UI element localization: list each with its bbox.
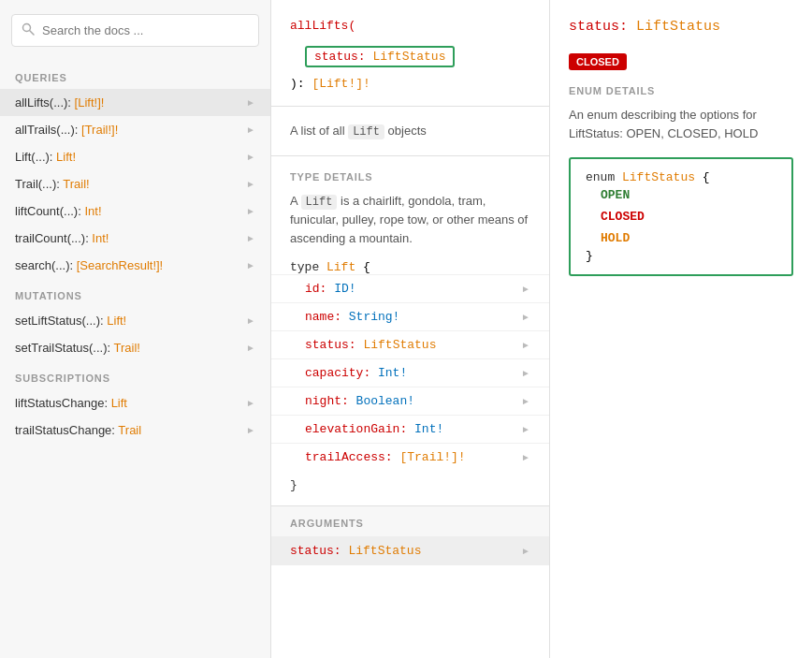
field-trailAccess[interactable]: trailAccess: [Trail!]! ► <box>271 443 549 471</box>
chevron-right-icon: ► <box>246 425 255 435</box>
enum-close: } <box>586 249 776 263</box>
query-type: [SearchResult!]! <box>77 258 164 272</box>
queries-section-header: QUERIES <box>0 61 270 89</box>
chevron-right-icon: ► <box>246 179 255 189</box>
chevron-right-icon: ► <box>246 233 255 243</box>
chevron-right-icon: ► <box>246 206 255 216</box>
enum-header: enum LiftStatus { <box>586 170 776 184</box>
query-type: Lift! <box>56 150 76 164</box>
title-type: LiftStatus <box>636 19 720 35</box>
sub-prefix: liftStatusChange: <box>15 396 111 410</box>
right-title: status: LiftStatus <box>569 19 793 35</box>
sub-type: Lift <box>111 396 127 410</box>
enum-block: enum LiftStatus { OPEN CLOSED HOLD } <box>569 157 793 276</box>
search-box[interactable] <box>11 14 259 47</box>
sidebar-item-liftStatusChange[interactable]: liftStatusChange: Lift ► <box>0 389 270 417</box>
search-input[interactable] <box>42 23 249 37</box>
query-type: Int! <box>92 231 109 245</box>
type-details-label: TYPE DETAILS <box>290 171 530 183</box>
chevron-right-icon: ► <box>246 97 255 108</box>
field-id[interactable]: id: ID! ► <box>271 274 549 302</box>
arg-type: LiftStatus <box>372 50 445 64</box>
svg-line-1 <box>30 31 34 35</box>
chevron-right-icon: ► <box>521 312 530 322</box>
chevron-right-icon: ► <box>521 368 530 378</box>
query-header: allLifts( status: LiftStatus ): [Lift!]! <box>271 0 549 107</box>
query-name: allLifts( <box>290 19 355 33</box>
chevron-right-icon: ► <box>246 398 255 408</box>
desc-text: A list of all <box>290 124 345 138</box>
field-status[interactable]: status: LiftStatus ► <box>271 330 549 358</box>
query-prefix: allTrails(...): <box>15 123 81 137</box>
arg-type-label: LiftStatus <box>348 544 421 558</box>
sidebar-item-search[interactable]: search(...): [SearchResult!]! ► <box>0 252 270 279</box>
right-panel: status: LiftStatus CLOSED ENUM DETAILS A… <box>550 0 812 658</box>
middle-panel: allLifts( status: LiftStatus ): [Lift!]!… <box>271 0 550 658</box>
sidebar-item-allLifts[interactable]: allLifts(...): [Lift!]! ► <box>0 89 270 116</box>
field-night[interactable]: night: Boolean! ► <box>271 387 549 415</box>
enum-details-label: ENUM DETAILS <box>569 85 793 96</box>
sidebar-item-allTrails[interactable]: allTrails(...): [Trail!]! ► <box>0 116 270 143</box>
sidebar-item-trailCount[interactable]: trailCount(...): Int! ► <box>0 225 270 252</box>
type-details-section: TYPE DETAILS A Lift is a chairlift, gond… <box>271 156 549 274</box>
query-prefix: Trail(...): <box>15 177 63 191</box>
sub-prefix: trailStatusChange: <box>15 423 118 437</box>
field-elevationGain[interactable]: elevationGain: Int! ► <box>271 415 549 443</box>
closing-brace: } <box>271 471 549 500</box>
query-prefix: Lift(...): <box>15 150 56 164</box>
sidebar-item-setLiftStatus[interactable]: setLiftStatus(...): Lift! ► <box>0 307 270 334</box>
query-prefix: trailCount(...): <box>15 231 92 245</box>
sidebar-item-liftCount[interactable]: liftCount(...): Int! ► <box>0 197 270 225</box>
field-name[interactable]: name: String! ► <box>271 302 549 330</box>
arg-row[interactable]: status: LiftStatus ► <box>271 536 549 565</box>
status-badge: CLOSED <box>569 53 627 70</box>
chevron-right-icon: ► <box>246 315 255 326</box>
sidebar-item-setTrailStatus[interactable]: setTrailStatus(...): Trail! ► <box>0 334 270 361</box>
query-type: [Lift!]! <box>75 95 105 110</box>
query-argument-box: status: LiftStatus <box>305 46 455 67</box>
chevron-right-icon: ► <box>246 260 255 271</box>
arg-name: status: <box>314 50 372 64</box>
sub-type: Trail <box>118 423 141 437</box>
mutations-section-header: MUTATIONS <box>0 279 270 307</box>
title-prefix: status: <box>569 19 636 35</box>
arg-name-label: status: <box>290 544 348 558</box>
arguments-section: ARGUMENTS status: LiftStatus ► <box>271 505 549 565</box>
enum-value-closed: CLOSED <box>586 206 776 227</box>
chevron-right-icon: ► <box>246 152 255 162</box>
enum-name: LiftStatus <box>622 170 695 184</box>
mutation-type: Trail! <box>113 341 139 355</box>
sidebar-item-Lift[interactable]: Lift(...): Lift! ► <box>0 143 270 170</box>
enum-keyword: enum <box>586 170 622 184</box>
chevron-right-icon: ► <box>521 284 530 294</box>
query-return: ): [Lift!]! <box>290 77 530 91</box>
sidebar-item-Trail[interactable]: Trail(...): Trail! ► <box>0 170 270 197</box>
query-prefix: allLifts(...): <box>15 95 75 110</box>
mutation-prefix: setTrailStatus(...): <box>15 341 113 355</box>
query-description: A list of all Lift objects <box>271 107 549 156</box>
enum-brace: { <box>695 170 710 184</box>
sidebar-item-trailStatusChange[interactable]: trailStatusChange: Trail ► <box>0 417 270 444</box>
query-type: Int! <box>84 204 101 218</box>
chevron-right-icon: ► <box>246 124 255 135</box>
enum-value-hold: HOLD <box>586 227 776 249</box>
enum-description: An enum describing the options for LiftS… <box>569 106 793 142</box>
type-keyword: type <box>290 260 326 274</box>
return-prefix: ): <box>290 77 312 91</box>
desc-rest: objects <box>388 124 427 138</box>
type-description: A Lift is a chairlift, gondola, tram, fu… <box>290 192 530 247</box>
type-desc-code: Lift <box>301 195 338 210</box>
arguments-label: ARGUMENTS <box>271 506 549 536</box>
chevron-right-icon: ► <box>521 340 530 350</box>
sidebar: QUERIES allLifts(...): [Lift!]! ► allTra… <box>0 0 271 658</box>
subscriptions-section-header: SUBSCRIPTIONS <box>0 361 270 389</box>
desc-code: Lift <box>348 124 384 139</box>
type-block: type Lift { <box>290 260 530 274</box>
query-type: Trail! <box>63 177 89 191</box>
field-capacity[interactable]: capacity: Int! ► <box>271 358 549 387</box>
query-prefix: liftCount(...): <box>15 204 84 218</box>
chevron-right-icon: ► <box>521 396 530 406</box>
mutation-type: Lift! <box>107 314 126 328</box>
chevron-right-icon: ► <box>521 424 530 434</box>
return-type: [Lift!]! <box>312 77 370 91</box>
